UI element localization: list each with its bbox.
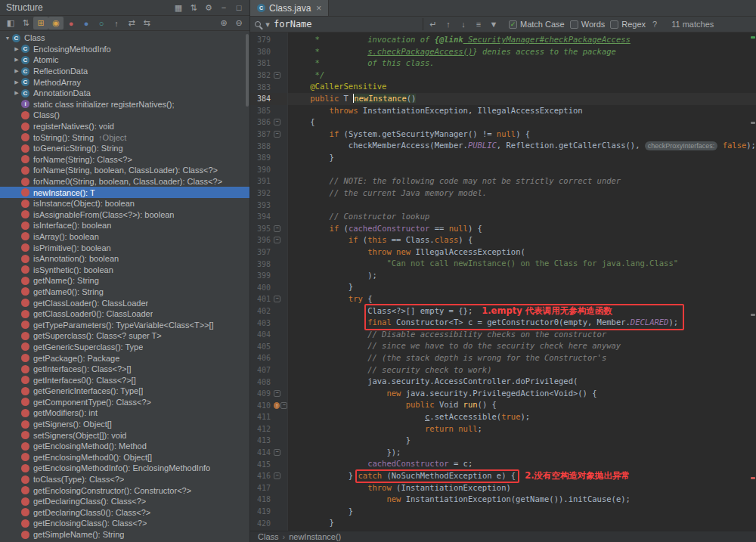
line-number[interactable]: 390	[250, 166, 274, 174]
line-number[interactable]: 412	[250, 425, 274, 433]
line-number[interactable]: 406	[250, 354, 274, 362]
breadcrumb-item-class[interactable]: Class	[258, 532, 279, 541]
line-number[interactable]: 411	[250, 413, 274, 421]
tree-item[interactable]: ▼CClass	[0, 33, 249, 44]
code-line[interactable]: }	[291, 517, 756, 529]
tree-item[interactable]: isArray(): boolean	[0, 231, 249, 243]
tree-item[interactable]: ▶CReflectionData	[0, 66, 249, 77]
code-line[interactable]: java.security.AccessController.doPrivile…	[291, 376, 756, 388]
tree-item[interactable]: toClass(Type): Class<?>	[0, 474, 249, 485]
tree-item[interactable]: getInterfaces(): Class<?>[]	[0, 364, 249, 375]
line-number[interactable]: 410	[250, 401, 274, 410]
line-number[interactable]: 414	[250, 448, 274, 457]
view-mode-icon[interactable]: ▦	[171, 2, 186, 14]
show-inherited-icon[interactable]: ↑	[109, 17, 124, 29]
fold-marker-icon[interactable]: −	[274, 390, 280, 397]
fold-marker-icon[interactable]: −	[274, 237, 280, 243]
line-number[interactable]: 404	[250, 330, 274, 339]
line-number[interactable]: 391	[250, 177, 274, 185]
tree-item[interactable]: forName(String, boolean, ClassLoader): C…	[0, 165, 249, 176]
fold-marker-icon[interactable]: −	[274, 131, 280, 138]
close-tab-icon[interactable]: ×	[316, 3, 321, 14]
sort-by-visibility-icon[interactable]: ◧	[3, 17, 18, 29]
code-line[interactable]: new java.security.PrivilegedAction<Void>…	[291, 388, 756, 400]
line-number[interactable]: 418	[250, 495, 274, 503]
tree-item[interactable]: getModifiers(): int	[0, 407, 249, 419]
group-by-kind-icon[interactable]: ⊞	[33, 17, 48, 29]
float-icon[interactable]: □	[231, 2, 246, 14]
code-line[interactable]: * invocation of {@link SecurityManager#c…	[291, 34, 756, 46]
show-anonymous-classes-icon[interactable]: ○	[94, 17, 109, 29]
words-checkbox[interactable]	[570, 20, 578, 29]
code-pane[interactable]: * invocation of {@link SecurityManager#c…	[288, 33, 756, 531]
line-number[interactable]: 398	[250, 260, 274, 268]
tree-item[interactable]: getEnclosingClass(): Class<?>	[0, 518, 249, 529]
line-number[interactable]: 415	[250, 460, 274, 469]
tree-item[interactable]: getEnclosingMethod0(): Object[]	[0, 452, 249, 463]
next-match-icon[interactable]: ↓	[456, 18, 471, 31]
tree-item[interactable]: isInstance(Object): boolean	[0, 198, 249, 209]
fold-marker-icon[interactable]: −	[274, 225, 280, 232]
tree-item[interactable]: toGenericString(): String	[0, 143, 249, 154]
line-number[interactable]: 407	[250, 366, 274, 374]
tree-item[interactable]: getEnclosingConstructor(): Constructor<?…	[0, 485, 249, 496]
line-number[interactable]: 384	[250, 94, 274, 103]
line-number[interactable]: 387	[250, 130, 274, 138]
expand-arrow-icon[interactable]: ▶	[12, 90, 21, 96]
tree-item[interactable]: Class()	[0, 110, 249, 121]
line-number[interactable]: 389	[250, 153, 274, 162]
code-line[interactable]: public Void run() {	[291, 399, 756, 411]
code-line[interactable]: throw (InstantiationException)	[291, 482, 756, 494]
tree-item[interactable]: toString(): String↑Object	[0, 132, 249, 143]
tree-item[interactable]: getEnclosingMethod(): Method	[0, 441, 249, 452]
code-line[interactable]: if (System.getSecurityManager() != null)…	[291, 129, 756, 141]
line-number[interactable]: 409	[250, 389, 274, 398]
code-line[interactable]: "Can not call newInstance() on the Class…	[291, 258, 756, 270]
fold-marker-icon[interactable]: −	[274, 449, 280, 456]
tree-item[interactable]: forName0(String, boolean, ClassLoader): …	[0, 176, 249, 187]
code-line[interactable]: * of this class.	[291, 57, 756, 70]
code-line[interactable]: } catch (NoSuchMethodException e) { 2.没有…	[291, 470, 756, 482]
code-line[interactable]: Class<?>[] empty = {}; 1.empty 代表调用无参构造函…	[291, 305, 756, 317]
expand-arrow-icon[interactable]: ▶	[12, 68, 21, 74]
tree-item[interactable]: getGenericInterfaces(): Type[]	[0, 386, 249, 397]
code-line[interactable]: c.setAccessible(true);	[291, 411, 756, 423]
tree-item[interactable]: getClassLoader(): ClassLoader	[0, 297, 249, 308]
tree-item[interactable]: istatic class initializer registerNative…	[0, 99, 249, 110]
code-line[interactable]: * s.checkPackageAccess()} denies access …	[291, 46, 756, 58]
tree-item[interactable]: forName(String): Class<?>	[0, 154, 249, 166]
line-number[interactable]: 382	[250, 71, 274, 79]
tree-item[interactable]: isAssignableFrom(Class<?>): boolean	[0, 209, 249, 221]
filter-results-icon[interactable]: ▼	[486, 18, 501, 31]
code-line[interactable]: // since we have to do the security chec…	[291, 340, 756, 352]
tree-item[interactable]: getPackage(): Package	[0, 352, 249, 364]
tree-item[interactable]: getDeclaringClass0(): Class<?>	[0, 507, 249, 519]
tree-item[interactable]: registerNatives(): void	[0, 121, 249, 132]
expand-all-icon[interactable]: ⊕	[216, 17, 231, 29]
line-number[interactable]: 401	[250, 295, 274, 303]
show-properties-icon[interactable]: ◉	[48, 17, 64, 29]
settings-icon[interactable]: ⚙	[201, 2, 216, 14]
code-line[interactable]: {	[291, 116, 756, 129]
expand-arrow-icon[interactable]: ▶	[12, 46, 21, 52]
expand-arrow-icon[interactable]: ▶	[12, 57, 21, 63]
tree-item[interactable]: getInterfaces0(): Class<?>[]	[0, 374, 249, 386]
line-number[interactable]: 416	[250, 472, 274, 480]
hide-icon[interactable]: −	[216, 2, 231, 14]
code-line[interactable]: new InstantiationException(getName()).in…	[291, 494, 756, 506]
code-line[interactable]: }	[291, 435, 756, 447]
select-all-matches-icon[interactable]: ≡	[471, 18, 486, 31]
tree-item[interactable]: getSimpleName(): String	[0, 529, 249, 540]
code-line[interactable]: }	[291, 281, 756, 293]
tree-item[interactable]: getSuperclass(): Class<? super T>	[0, 330, 249, 342]
code-line[interactable]: final Constructor<T> c = getConstructor0…	[291, 317, 756, 329]
line-number[interactable]: 393	[250, 201, 274, 209]
line-number[interactable]: 383	[250, 83, 274, 91]
tree-item[interactable]: getClassLoader0(): ClassLoader	[0, 308, 249, 320]
line-number[interactable]: 380	[250, 48, 274, 56]
code-line[interactable]: // Disable accessibility checks on the c…	[291, 329, 756, 341]
collapse-all-icon[interactable]: ⊖	[231, 17, 246, 29]
code-line[interactable]: return null;	[291, 423, 756, 435]
tree-item[interactable]: getGenericSuperclass(): Type	[0, 342, 249, 353]
line-number[interactable]: 420	[250, 519, 274, 528]
